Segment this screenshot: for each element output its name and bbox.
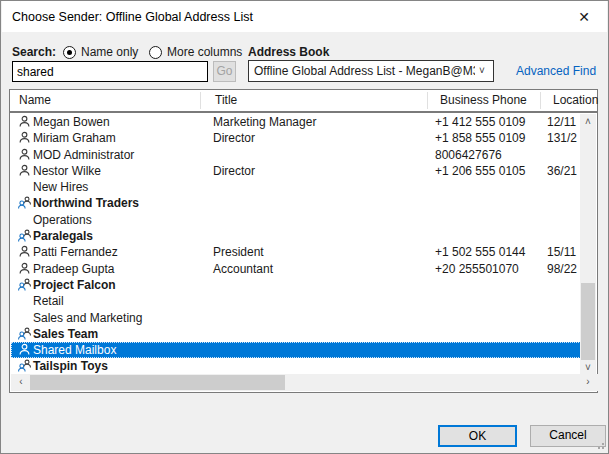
address-list-rows: Megan BowenMarketing Manager+1 412 555 0… — [11, 114, 581, 376]
list-item[interactable]: Project Falcon — [11, 277, 581, 293]
go-button[interactable]: Go — [213, 61, 236, 82]
group-icon — [18, 278, 32, 292]
list-item-title: Director — [213, 164, 255, 178]
radio-name-only[interactable] — [63, 46, 76, 59]
column-divider — [427, 92, 428, 109]
list-item[interactable]: Nestor WilkeDirector+1 206 555 010536/21 — [11, 163, 581, 179]
person-icon — [18, 131, 32, 145]
no-icon — [18, 213, 32, 227]
group-icon — [18, 196, 32, 210]
list-item-location: 12/11 — [547, 115, 576, 129]
list-item-name: Patti Fernandez — [33, 245, 118, 259]
person-icon — [18, 245, 32, 259]
group-icon — [18, 196, 32, 209]
vertical-scrollbar[interactable]: ˄ ˅ — [580, 114, 596, 376]
list-item-name: Shared Mailbox — [33, 343, 116, 357]
address-book-value: Offline Global Address List - MeganB@M36 — [254, 64, 486, 78]
list-item[interactable]: MOD Administrator8006427676 — [11, 147, 581, 163]
list-item[interactable]: Paralegals — [11, 228, 581, 244]
group-icon — [18, 327, 32, 340]
list-column-header: Name Title Business Phone Location — [9, 89, 598, 112]
list-item[interactable]: Retail — [11, 293, 581, 309]
scroll-left-icon[interactable]: ‹ — [13, 374, 29, 390]
radio-dot — [67, 50, 72, 55]
horizontal-scrollbar-thumb[interactable] — [30, 375, 285, 390]
person-icon — [18, 262, 32, 276]
column-divider — [540, 92, 541, 109]
list-item[interactable]: Shared Mailbox — [11, 342, 581, 358]
group-icon — [18, 278, 32, 291]
horizontal-scrollbar[interactable]: ‹ › — [11, 374, 598, 391]
list-item[interactable]: Operations — [11, 212, 581, 228]
list-item-title: Director — [213, 131, 255, 145]
list-item-name: Tailspin Toys — [33, 359, 108, 373]
list-item-name: Northwind Traders — [33, 196, 139, 210]
list-item-name: Pradeep Gupta — [33, 262, 114, 276]
group-icon — [18, 229, 32, 243]
list-item-phone: +20 255501070 — [435, 262, 519, 276]
vertical-scrollbar-thumb[interactable] — [581, 283, 595, 360]
radio-more-columns-label[interactable]: More columns — [167, 45, 242, 59]
person-icon — [18, 343, 32, 357]
group-icon — [18, 229, 32, 242]
list-item[interactable]: Miriam GrahamDirector+1 858 555 0109131/… — [11, 130, 581, 146]
column-header-title[interactable]: Title — [215, 93, 237, 107]
address-book-label: Address Book — [248, 45, 329, 59]
column-header-phone[interactable]: Business Phone — [440, 93, 527, 107]
group-icon — [18, 327, 32, 341]
list-item-name: Sales and Marketing — [33, 311, 142, 325]
list-item-name: Nestor Wilke — [33, 164, 101, 178]
person-icon — [18, 164, 32, 178]
list-item-location: 36/21 — [547, 164, 577, 178]
person-icon — [18, 262, 31, 275]
dialog-title: Choose Sender: Offline Global Address Li… — [12, 10, 253, 24]
address-list: Megan BowenMarketing Manager+1 412 555 0… — [9, 112, 598, 393]
address-book-dropdown[interactable]: Offline Global Address List - MeganB@M36… — [248, 60, 494, 82]
list-item[interactable]: New Hires — [11, 179, 581, 195]
scroll-up-icon[interactable]: ˄ — [580, 114, 596, 130]
list-item-name: MOD Administrator — [33, 148, 134, 162]
list-item-name: Megan Bowen — [33, 115, 110, 129]
list-item-location: 98/22 — [547, 262, 577, 276]
radio-more-columns[interactable] — [149, 46, 162, 59]
column-header-location[interactable]: Location — [553, 93, 598, 107]
list-item-name: Sales Team — [33, 327, 98, 341]
person-icon — [18, 245, 31, 258]
list-item[interactable]: Tailspin Toys — [11, 358, 581, 374]
list-item[interactable]: Megan BowenMarketing Manager+1 412 555 0… — [11, 114, 581, 130]
radio-name-only-label[interactable]: Name only — [81, 45, 138, 59]
person-icon — [18, 148, 32, 162]
chevron-down-icon: ˅ — [475, 64, 489, 78]
list-item-phone: +1 412 555 0109 — [435, 115, 525, 129]
column-divider — [200, 92, 201, 109]
advanced-find-link[interactable]: Advanced Find — [516, 64, 596, 78]
list-item-title: Marketing Manager — [213, 115, 316, 129]
no-icon — [18, 180, 32, 194]
list-item[interactable]: Northwind Traders — [11, 195, 581, 211]
no-icon — [18, 294, 32, 308]
list-item[interactable]: Sales and Marketing — [11, 310, 581, 326]
list-item-phone: +1 206 555 0105 — [435, 164, 525, 178]
ok-button[interactable]: OK — [438, 425, 517, 447]
search-input[interactable] — [12, 61, 208, 82]
list-item[interactable]: Pradeep GuptaAccountant+20 25550107098/2… — [11, 261, 581, 277]
list-item-title: Accountant — [213, 262, 273, 276]
column-header-name[interactable]: Name — [19, 93, 51, 107]
no-icon — [18, 311, 32, 325]
scroll-right-icon[interactable]: › — [580, 374, 596, 390]
resize-grip-icon[interactable] — [595, 440, 604, 449]
list-item-phone: 8006427676 — [435, 148, 502, 162]
group-icon — [18, 359, 32, 372]
list-item-location: 15/11 — [547, 245, 576, 259]
close-icon[interactable]: ✕ — [573, 7, 595, 27]
list-item[interactable]: Sales Team — [11, 326, 581, 342]
list-item-name: Retail — [33, 294, 64, 308]
list-item-name: Paralegals — [33, 229, 93, 243]
list-item-location: 131/2 — [547, 131, 577, 145]
search-label: Search: — [12, 45, 56, 59]
list-item-name: Miriam Graham — [33, 131, 116, 145]
list-item-name: New Hires — [33, 180, 88, 194]
list-item[interactable]: Patti FernandezPresident+1 502 555 01441… — [11, 244, 581, 260]
person-icon — [18, 115, 32, 129]
list-item-phone: +1 858 555 0109 — [435, 131, 525, 145]
